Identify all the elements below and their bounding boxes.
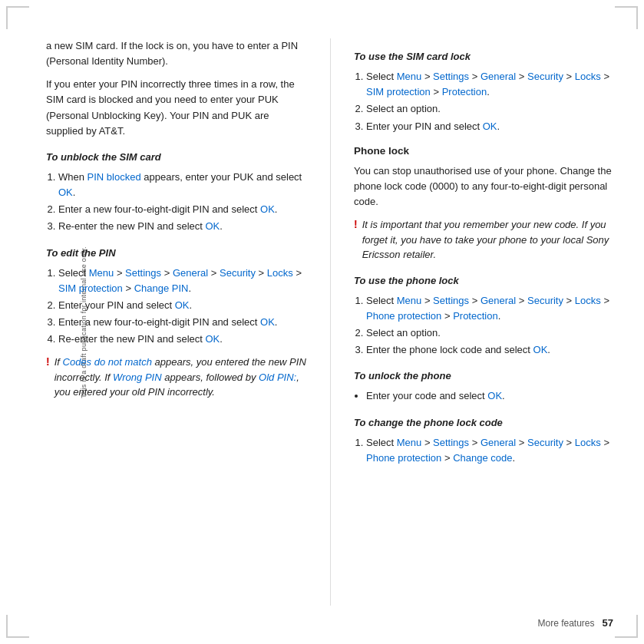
general-link-s3[interactable]: General [481,71,516,82]
list-item: When PIN blocked appears, enter your PUK… [58,170,307,200]
menu-link-s4[interactable]: Menu [397,295,422,306]
list-item: Enter a new four-to-eight-digit PIN and … [58,315,307,330]
section3-steps: Select Menu > Settings > General > Secur… [366,69,613,134]
menu-link-s3[interactable]: Menu [397,71,422,82]
ok-link-2[interactable]: OK [260,203,275,215]
intro-p1: a new SIM card. If the lock is on, you h… [46,38,307,69]
sim-protection-link-s2[interactable]: SIM protection [58,282,123,294]
right-column: To use the SIM card lock Select Menu > S… [354,38,613,606]
section3-title: To use the SIM card lock [354,49,613,64]
general-link-s6[interactable]: General [481,437,516,448]
ok-link-s4[interactable]: OK [533,344,548,355]
section1-title: To unblock the SIM card [46,150,307,165]
section5-title: To unlock the phone [354,368,613,384]
ok-link-s3[interactable]: OK [483,121,497,132]
section2-title: To edit the PIN [46,246,307,261]
pin-blocked-link[interactable]: PIN blocked [88,171,141,183]
settings-link-s6[interactable]: Settings [433,437,469,448]
section6-title: To change the phone lock code [354,415,613,431]
phone-lock-title: Phone lock [354,144,613,160]
footer: More features 57 [537,617,613,629]
list-item: Select Menu > Settings > General > Secur… [58,266,307,296]
list-item: Enter your PIN and select OK. [58,298,307,313]
list-item: Select Menu > Settings > General > Secur… [366,293,613,324]
corner-mark-tr [615,6,638,29]
note1-text: If Codes do not match appears, you enter… [54,355,307,400]
note2-block: ! It is important that you remember your… [354,217,613,263]
section5-list: Enter your code and select OK. [366,388,613,404]
list-item: Re-enter the new PIN and select OK. [58,219,307,234]
menu-link-s6[interactable]: Menu [397,437,422,448]
settings-link-s4[interactable]: Settings [433,295,469,306]
protection-link-s3[interactable]: Protection [442,86,487,97]
corner-mark-br [615,615,638,638]
column-divider [330,38,331,606]
ok-link-3[interactable]: OK [206,220,220,232]
list-item: Enter your PIN and select OK. [366,119,613,134]
content-area: a new SIM card. If the lock is on, you h… [46,38,613,606]
sim-protection-link-s3[interactable]: SIM protection [366,86,431,97]
list-item: Select Menu > Settings > General > Secur… [366,69,613,100]
change-code-link[interactable]: Change code [453,452,512,464]
note1-block: ! If Codes do not match appears, you ent… [46,355,307,400]
old-pin-link[interactable]: Old PIN: [259,372,296,383]
note1-icon: ! [46,355,50,368]
settings-link-s2[interactable]: Settings [125,267,161,279]
locks-link-s6[interactable]: Locks [575,437,601,448]
phone-lock-desc: You can stop unauthorised use of your ph… [354,163,613,210]
list-item: Re-enter the new PIN and select OK. [58,332,307,347]
protection-link-s4[interactable]: Protection [453,310,498,322]
list-item: Select an option. [366,325,613,341]
list-item: Select Menu > Settings > General > Secur… [366,435,613,466]
ok-link-1[interactable]: OK [58,187,73,198]
general-link-s2[interactable]: General [173,267,208,279]
list-item: Enter the phone lock code and select OK. [366,342,613,358]
ok-link-s2-4[interactable]: OK [206,333,220,345]
footer-label: More features [537,618,594,629]
page-container: This is a draft publication for internal… [0,0,644,644]
section1-steps: When PIN blocked appears, enter your PUK… [58,170,307,235]
section4-steps: Select Menu > Settings > General > Secur… [366,293,613,358]
phone-protection-link-s6[interactable]: Phone protection [366,452,441,464]
security-link-s4[interactable]: Security [527,295,563,306]
security-link-s3[interactable]: Security [527,71,563,82]
locks-link-s2[interactable]: Locks [267,267,293,279]
codes-do-not-match-link[interactable]: Codes do not match [63,356,152,368]
note2-text: It is important that you remember your n… [362,217,613,263]
corner-mark-tl [6,6,29,29]
list-item: Select an option. [366,101,613,117]
section4-title: To use the phone lock [354,273,613,289]
ok-link-s2-2[interactable]: OK [175,299,190,311]
settings-link-s3[interactable]: Settings [433,71,469,82]
locks-link-s4[interactable]: Locks [575,295,601,306]
security-link-s2[interactable]: Security [220,267,256,279]
left-column: a new SIM card. If the lock is on, you h… [46,38,307,606]
wrong-pin-link[interactable]: Wrong PIN [113,372,162,383]
footer-page: 57 [603,617,613,629]
ok-link-s2-3[interactable]: OK [260,316,275,328]
change-pin-link[interactable]: Change PIN [134,282,189,294]
menu-link-s2[interactable]: Menu [89,267,114,279]
section2-steps: Select Menu > Settings > General > Secur… [58,266,307,348]
section6-steps: Select Menu > Settings > General > Secur… [366,435,613,466]
note2-icon: ! [354,218,358,230]
list-item: Enter your code and select OK. [366,388,613,404]
corner-mark-bl [6,615,29,638]
general-link-s4[interactable]: General [481,295,516,306]
phone-protection-link-s4[interactable]: Phone protection [366,310,441,322]
ok-link-s5[interactable]: OK [487,390,502,401]
list-item: Enter a new four-to-eight-digit PIN and … [58,202,307,217]
security-link-s6[interactable]: Security [527,437,563,448]
intro-p2: If you enter your PIN incorrectly three … [46,77,307,139]
locks-link-s3[interactable]: Locks [575,71,601,82]
